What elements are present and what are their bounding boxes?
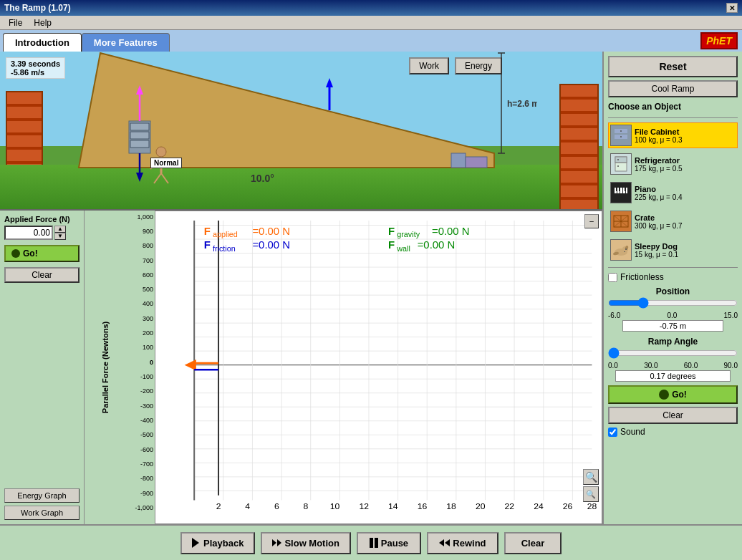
- playback-button[interactable]: Playback: [180, 532, 255, 554]
- crate-info: Crate 300 kg, μ = 0.7: [635, 213, 683, 230]
- ramp-angle-slider[interactable]: [608, 348, 738, 358]
- svg-text:22: 22: [505, 501, 515, 509]
- position-slider[interactable]: [608, 298, 738, 308]
- svg-rect-12: [130, 140, 149, 148]
- pause-label: Pause: [381, 538, 408, 549]
- svg-rect-106: [619, 188, 620, 191]
- piano-icon: [610, 182, 632, 203]
- piano-label: Piano: [635, 185, 683, 193]
- close-button[interactable]: ✕: [726, 3, 738, 13]
- svg-point-92: [620, 130, 622, 132]
- left-sidebar: Applied Force (N) ▲ ▼ Go! Clear Energy G…: [0, 211, 85, 524]
- clear-button-left[interactable]: Clear: [4, 267, 80, 283]
- zoom-in-button[interactable]: 🔍: [583, 469, 599, 485]
- svg-text:20: 20: [476, 501, 486, 509]
- position-section: Position -6.0 0.0 15.0 -0.75 m: [608, 285, 738, 332]
- object-piano[interactable]: Piano 225 kg, μ = 0.4: [608, 180, 738, 206]
- graph-plot-area: – 🔍 🔍: [155, 211, 602, 524]
- title-text: The Ramp (1.07): [4, 3, 71, 13]
- object-sleepy-dog[interactable]: Sleepy Dog 15 kg, μ = 0.1: [608, 237, 738, 263]
- y-tick-n200: -200: [126, 387, 153, 395]
- svg-text:26: 26: [563, 501, 573, 509]
- zoom-out-button[interactable]: 🔍: [583, 486, 599, 502]
- tab-introduction[interactable]: Introduction: [3, 33, 82, 52]
- y-tick-n300: -300: [126, 402, 153, 410]
- zoom-controls: 🔍 🔍: [583, 469, 599, 502]
- y-tick-n800: -800: [126, 475, 153, 482]
- position-mid: 0.0: [667, 312, 677, 319]
- svg-text:=0.00 N: =0.00 N: [252, 239, 290, 251]
- svg-text:2: 2: [216, 501, 221, 509]
- dog-icon: [610, 239, 632, 261]
- choose-object-label: Choose an Object: [608, 102, 738, 112]
- position-min: -6.0: [608, 312, 620, 319]
- go-button-right[interactable]: Go!: [608, 385, 738, 404]
- svg-rect-10: [130, 123, 149, 130]
- menu-file[interactable]: File: [3, 16, 28, 29]
- go-label-right: Go!: [672, 390, 687, 400]
- svg-line-17: [154, 173, 161, 183]
- menu-help[interactable]: Help: [28, 16, 57, 29]
- sound-checkbox[interactable]: [608, 428, 617, 437]
- sleepy-dog-detail: 15 kg, μ = 0.1: [635, 251, 678, 259]
- applied-force-down[interactable]: ▼: [54, 233, 66, 240]
- svg-text:10.0°: 10.0°: [251, 173, 274, 184]
- playback-label: Playback: [203, 538, 244, 549]
- applied-force-up[interactable]: ▲: [54, 226, 66, 233]
- frictionless-checkbox[interactable]: [608, 273, 617, 282]
- ramp-angle-max: 90.0: [724, 362, 738, 370]
- svg-text:8: 8: [304, 501, 309, 509]
- svg-text:28: 28: [587, 501, 597, 509]
- slow-motion-label: Slow Motion: [284, 538, 339, 549]
- slow-motion-button[interactable]: Slow Motion: [261, 532, 351, 554]
- bottom-bar: Playback Slow Motion Pause Rewind Clear: [0, 524, 742, 560]
- object-refrigerator[interactable]: Refrigerator 175 kg, μ = 0.5: [608, 151, 738, 177]
- svg-text:=0.00 N: =0.00 N: [432, 225, 470, 236]
- sound-label: Sound: [620, 427, 645, 437]
- clear-button-right[interactable]: Clear: [608, 407, 738, 424]
- ramp-angle-section: Ramp Angle 0.0 30.0 60.0 90.0 0.17 degre…: [608, 335, 738, 382]
- svg-text:24: 24: [534, 501, 544, 509]
- object-crate[interactable]: Crate 300 kg, μ = 0.7: [608, 208, 738, 234]
- piano-info: Piano 225 kg, μ = 0.4: [635, 185, 683, 201]
- object-file-cabinet[interactable]: File Cabinet 100 kg, μ = 0.3: [608, 122, 738, 148]
- position-max: 15.0: [724, 312, 738, 319]
- x-ticks-row: [155, 511, 602, 523]
- right-panel: Reset Cool Ramp Choose an Object File Ca…: [602, 52, 742, 524]
- applied-force-input[interactable]: [4, 226, 53, 240]
- refrigerator-label: Refrigerator: [635, 156, 683, 165]
- y-tick-n400: -400: [126, 417, 153, 424]
- go-button-left[interactable]: Go!: [4, 245, 80, 262]
- svg-text:F: F: [204, 225, 211, 236]
- svg-text:4: 4: [245, 501, 250, 509]
- applied-force-label: Applied Force (N): [4, 215, 80, 223]
- graph-scroll-button[interactable]: –: [584, 214, 599, 228]
- right-wall: [559, 84, 599, 211]
- tab-more-features[interactable]: More Features: [82, 33, 170, 52]
- svg-point-97: [617, 159, 619, 160]
- pause-button[interactable]: Pause: [357, 532, 421, 554]
- frictionless-row: Frictionless: [608, 272, 738, 282]
- y-tick-500: 500: [126, 286, 153, 293]
- normal-label: Normal: [150, 158, 182, 168]
- cool-ramp-button[interactable]: Cool Ramp: [608, 80, 738, 97]
- y-tick-n700: -700: [126, 460, 153, 468]
- go-label-left: Go!: [23, 248, 38, 259]
- ramp-angle-min: 0.0: [608, 362, 618, 370]
- svg-text:F: F: [388, 239, 395, 251]
- clear-bottom-button[interactable]: Clear: [504, 532, 562, 554]
- playback-icon: [192, 538, 199, 548]
- piano-detail: 225 kg, μ = 0.4: [635, 193, 683, 201]
- y-tick-n600: -600: [126, 446, 153, 453]
- y-axis-label: Parallel Force (Newtons): [101, 322, 110, 413]
- svg-text:18: 18: [446, 501, 456, 509]
- slow-motion-icon: [272, 539, 281, 546]
- reset-button[interactable]: Reset: [608, 56, 738, 77]
- y-tick-400: 400: [126, 300, 153, 307]
- y-tick-n500: -500: [126, 431, 153, 438]
- graph-wrapper: Parallel Force (Newtons) 1,000 900 800 7…: [85, 211, 602, 524]
- work-graph-tab[interactable]: Work Graph: [4, 506, 80, 520]
- y-ticks: 1,000 900 800 700 600 500 400 300 200 10…: [126, 211, 155, 524]
- rewind-button[interactable]: Rewind: [427, 532, 498, 554]
- energy-graph-tab[interactable]: Energy Graph: [4, 488, 80, 503]
